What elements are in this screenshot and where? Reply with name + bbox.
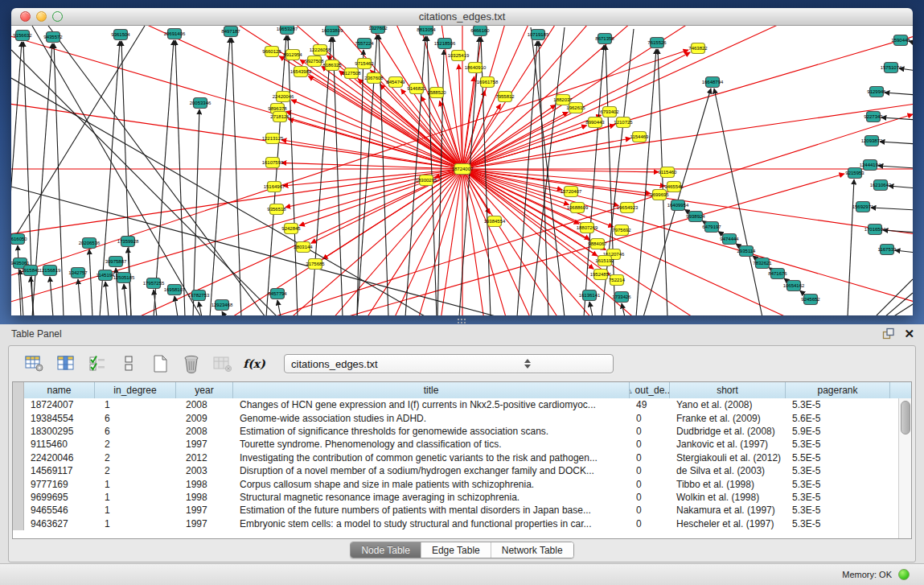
graph-node[interactable]: 8471676	[768, 269, 787, 279]
graph-node[interactable]: 1145194	[97, 270, 116, 281]
table-row[interactable]: 1872400712008Changes of HCN gene express…	[13, 398, 899, 411]
toggle-columns-icon[interactable]	[86, 352, 109, 375]
graph-node[interactable]: 20691406	[164, 29, 186, 39]
table-row[interactable]: 977716911998Corpus callosum shape and si…	[13, 477, 899, 490]
network-window[interactable]: citations_edges.txt 91566329435572936150…	[11, 8, 913, 315]
graph-node[interactable]: 18724007	[452, 164, 474, 175]
graph-node[interactable]: 2367608	[364, 73, 384, 84]
graph-node[interactable]: 1615192	[595, 256, 614, 266]
graph-node[interactable]: 9242845	[281, 224, 301, 234]
graph-node[interactable]: 12156819	[39, 266, 61, 276]
graph-node[interactable]: 10688609	[567, 203, 589, 213]
graph-node[interactable]: 8813054	[417, 26, 436, 35]
graph-node[interactable]: 10654162	[783, 281, 805, 291]
create-table-icon[interactable]	[149, 352, 171, 375]
close-panel-icon[interactable]: ✕	[904, 328, 914, 340]
graph-node[interactable]: 6479197	[702, 222, 721, 233]
graph-node[interactable]: 6466160	[470, 26, 490, 36]
table-row[interactable]: 911546021997Tourette syndrome. Phenomeno…	[13, 438, 899, 451]
graph-node[interactable]: 9115460	[659, 167, 678, 178]
tab-node-table[interactable]: Node Table	[351, 542, 421, 558]
graph-node[interactable]: 7463822	[688, 43, 708, 54]
table-row[interactable]: 2242004622012Investigating the contribut…	[13, 451, 899, 464]
zoom-window-button[interactable]	[52, 11, 63, 22]
graph-node[interactable]: 9715463	[355, 59, 374, 69]
graph-node[interactable]: 9435572	[43, 32, 63, 43]
graph-node[interactable]: 8497187	[221, 27, 240, 37]
graph-node[interactable]: 3915841	[21, 266, 40, 276]
network-window-titlebar[interactable]: citations_edges.txt	[11, 8, 913, 26]
graph-node[interactable]: 1342757	[68, 268, 88, 278]
graph-node[interactable]: 20053346	[190, 98, 211, 109]
graph-node[interactable]: 7557224	[355, 39, 374, 49]
graph-node[interactable]: 9927508	[305, 56, 324, 67]
graph-node[interactable]: 9465546	[664, 182, 684, 192]
graph-node[interactable]: 8186325	[322, 60, 342, 71]
network-canvas[interactable]: 9156632943557293615042069140684971871065…	[11, 26, 913, 315]
graph-node[interactable]: 17016504	[864, 225, 886, 235]
graph-node[interactable]: 16648794	[702, 77, 724, 88]
table-row[interactable]: 946362711997Embryonic stem cells: a mode…	[13, 517, 899, 530]
graph-node[interactable]: 9699695	[650, 190, 669, 200]
graph-node[interactable]: 16210643	[870, 180, 892, 191]
graph-node[interactable]: 19654923	[617, 203, 639, 213]
graph-node[interactable]: 12213125	[262, 134, 284, 144]
graph-node[interactable]: 10325419	[448, 51, 470, 61]
graph-node[interactable]: 1962615	[566, 103, 585, 113]
graph-node[interactable]: 18807269	[577, 223, 598, 233]
graph-node[interactable]: 752214	[609, 275, 626, 286]
tab-edge-table[interactable]: Edge Table	[421, 542, 491, 558]
table-row[interactable]: 946554611997Estimation of the future num…	[13, 504, 899, 517]
table-body[interactable]: 1872400712008Changes of HCN gene express…	[13, 398, 899, 538]
function-builder-icon[interactable]: f(x)	[243, 352, 265, 375]
graph-node[interactable]: 2616050	[11, 234, 27, 245]
table-settings-icon[interactable]	[23, 352, 46, 375]
graph-node[interactable]: 9227343	[864, 112, 883, 122]
table-select-dropdown[interactable]: citations_edges.txt	[284, 354, 614, 373]
graph-node[interactable]: 1733426	[612, 292, 631, 303]
vertical-scrollbar[interactable]	[898, 398, 911, 538]
minimize-window-button[interactable]	[36, 11, 47, 22]
graph-node[interactable]: 10653287	[277, 26, 298, 35]
graph-node[interactable]: 1588520	[427, 88, 446, 98]
graph-node[interactable]: 22420046	[273, 92, 294, 102]
graph-node[interactable]: 9146821	[407, 84, 426, 94]
column-header-out_degree[interactable]: △out_de...	[630, 382, 670, 398]
column-header-title[interactable]: title	[233, 382, 630, 398]
graph-node[interactable]: 1327602	[368, 26, 388, 34]
network-view[interactable]: 9156632943557293615042069140684971871065…	[11, 26, 913, 315]
table-row[interactable]: 969969511998Structural magnetic resonanc…	[13, 491, 899, 504]
graph-node[interactable]: 9127508	[342, 68, 361, 79]
graph-node[interactable]: 15751074	[881, 63, 902, 73]
graph-node[interactable]: 1167533	[878, 245, 897, 255]
graph-node[interactable]: 15218506	[434, 39, 456, 49]
graph-node[interactable]: 15692971	[852, 202, 874, 212]
column-header-short[interactable]: short	[670, 382, 786, 398]
row-height-icon[interactable]	[117, 352, 140, 375]
graph-node[interactable]: 2718126	[270, 112, 290, 122]
column-header-year[interactable]: year	[176, 382, 233, 398]
graph-node[interactable]: 9129946	[867, 87, 886, 97]
graph-node[interactable]: 16107593	[262, 158, 284, 168]
close-window-button[interactable]	[20, 11, 31, 22]
graph-node[interactable]: 7832621	[753, 258, 772, 269]
graph-node[interactable]: 8990443	[585, 117, 605, 128]
graph-node[interactable]: 16782753	[188, 290, 210, 301]
graph-node[interactable]: 12093872	[861, 136, 883, 146]
graph-node[interactable]: 16543982	[290, 67, 312, 77]
graph-node[interactable]: 15720407	[561, 187, 582, 197]
table-row[interactable]: 1830029562008Estimation of significance …	[13, 425, 899, 438]
graph-node[interactable]: 7615526	[647, 38, 667, 48]
column-header-name[interactable]: name	[24, 382, 95, 398]
graph-node[interactable]: 1154469	[630, 132, 650, 142]
graph-node[interactable]: 1590448	[891, 35, 910, 46]
table-row[interactable]: 1938455462009Genome-wide association stu…	[13, 411, 899, 424]
graph-node[interactable]: 9245652	[801, 295, 820, 305]
graph-node[interactable]: 2803144	[294, 242, 313, 253]
select-columns-icon[interactable]	[55, 352, 77, 375]
table-row[interactable]: 1456911722003Disruption of a novel membe…	[13, 464, 899, 477]
scrollbar-thumb[interactable]	[901, 401, 910, 435]
memory-status-icon[interactable]	[898, 569, 910, 580]
splitter-handle[interactable]	[457, 318, 466, 323]
graph-node[interactable]: 17359928	[117, 237, 139, 247]
